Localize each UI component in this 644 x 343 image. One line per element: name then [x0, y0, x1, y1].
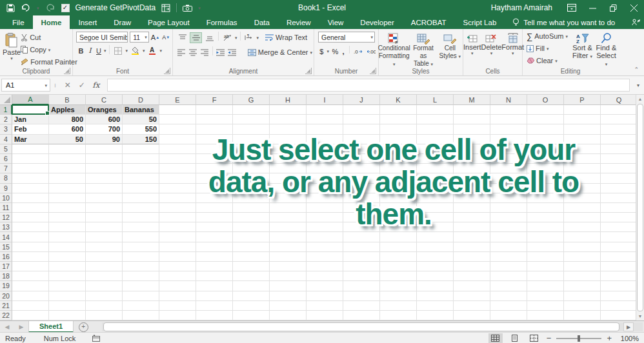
cell-H1[interactable]	[270, 105, 307, 115]
cell-J22[interactable]	[343, 311, 380, 320]
tab-home[interactable]: Home	[33, 15, 70, 29]
cell-B4[interactable]: 50	[49, 135, 86, 144]
sort-filter-button[interactable]: AZ Sort &Filter ▾	[570, 30, 594, 67]
cell-I2[interactable]	[307, 115, 343, 124]
cell-Q18[interactable]	[601, 271, 636, 281]
row-header-20[interactable]: 20	[0, 291, 12, 301]
cell-N19[interactable]	[490, 281, 527, 291]
cell-C5[interactable]	[86, 144, 123, 154]
cell-B7[interactable]	[49, 164, 86, 173]
row-header-5[interactable]: 5	[0, 144, 12, 154]
cell-B2[interactable]: 800	[49, 115, 86, 124]
cell-D11[interactable]	[123, 203, 159, 213]
cell-B17[interactable]	[49, 262, 86, 271]
column-header-F[interactable]: F	[196, 95, 233, 105]
collapse-ribbon-icon[interactable]: ⌃	[634, 66, 639, 73]
column-header-C[interactable]: C	[86, 95, 123, 105]
cell-M18[interactable]	[454, 271, 490, 281]
cell-M14[interactable]	[454, 232, 490, 242]
sheet-nav-left-icon[interactable]: ◀	[0, 321, 14, 333]
cell-F22[interactable]	[196, 311, 233, 320]
zoom-out-button[interactable]: −	[547, 334, 552, 342]
sheet-tab-sheet1[interactable]: Sheet1	[28, 321, 74, 333]
cell-E17[interactable]	[159, 262, 196, 271]
cell-F16[interactable]	[196, 252, 233, 262]
cell-O2[interactable]	[527, 115, 564, 124]
text-direction-dropdown[interactable]: ▾	[257, 35, 259, 40]
cancel-entry-icon[interactable]: ✕	[61, 81, 75, 90]
cell-N1[interactable]	[490, 105, 527, 115]
cell-A22[interactable]	[12, 311, 49, 320]
cell-L1[interactable]	[417, 105, 454, 115]
alignment-dialog-launcher[interactable]	[305, 68, 312, 74]
cell-A5[interactable]	[12, 144, 49, 154]
borders-icon[interactable]	[112, 45, 125, 56]
align-center-icon[interactable]	[188, 47, 198, 58]
cell-B20[interactable]	[49, 291, 86, 301]
cell-B12[interactable]	[49, 213, 86, 222]
cell-O18[interactable]	[527, 271, 564, 281]
decrease-decimal-icon[interactable]: .00	[365, 46, 376, 57]
cell-A4[interactable]: Mar	[12, 135, 49, 144]
row-header-14[interactable]: 14	[0, 232, 12, 242]
cell-M17[interactable]	[454, 262, 490, 271]
top-align-icon[interactable]	[176, 32, 188, 43]
cell-G15[interactable]	[233, 242, 270, 252]
cell-B19[interactable]	[49, 281, 86, 291]
cell-B16[interactable]	[49, 252, 86, 262]
column-header-P[interactable]: P	[564, 95, 601, 105]
cell-D5[interactable]	[123, 144, 159, 154]
cell-D10[interactable]	[123, 193, 159, 203]
cell-E20[interactable]	[159, 291, 196, 301]
cell-B6[interactable]	[49, 154, 86, 164]
cell-F19[interactable]	[196, 281, 233, 291]
cell-O20[interactable]	[527, 291, 564, 301]
cell-J21[interactable]	[343, 301, 380, 311]
cell-F18[interactable]	[196, 271, 233, 281]
cell-M21[interactable]	[454, 301, 490, 311]
cell-A9[interactable]	[12, 184, 49, 193]
cell-I20[interactable]	[307, 291, 343, 301]
insert-function-icon[interactable]: fx	[89, 81, 103, 90]
row-header-13[interactable]: 13	[0, 222, 12, 232]
merge-center-button[interactable]: Merge & Center▾	[248, 46, 312, 58]
cell-L21[interactable]	[417, 301, 454, 311]
cell-A13[interactable]	[12, 222, 49, 232]
cell-I22[interactable]	[307, 311, 343, 320]
cell-M1[interactable]	[454, 105, 490, 115]
cell-J2[interactable]	[343, 115, 380, 124]
zoom-level[interactable]: 100%	[617, 335, 639, 342]
row-header-2[interactable]: 2	[0, 115, 12, 124]
formula-bar-splitter[interactable]: ⁝	[54, 82, 57, 88]
cell-D6[interactable]	[123, 154, 159, 164]
cell-O22[interactable]	[527, 311, 564, 320]
cell-O14[interactable]	[527, 232, 564, 242]
cell-G1[interactable]	[233, 105, 270, 115]
macro-record-icon[interactable]	[92, 335, 100, 342]
tab-developer[interactable]: Developer	[352, 15, 402, 29]
cell-Q2[interactable]	[601, 115, 636, 124]
cell-N18[interactable]	[490, 271, 527, 281]
cell-A7[interactable]	[12, 164, 49, 173]
column-header-E[interactable]: E	[159, 95, 196, 105]
cell-A20[interactable]	[12, 291, 49, 301]
cell-C20[interactable]	[86, 291, 123, 301]
fill-color-icon[interactable]	[129, 45, 141, 56]
cell-I21[interactable]	[307, 301, 343, 311]
cell-A8[interactable]	[12, 173, 49, 183]
column-header-I[interactable]: I	[307, 95, 343, 105]
scroll-up-icon[interactable]: ▲	[636, 95, 644, 103]
cell-J1[interactable]	[343, 105, 380, 115]
cell-P2[interactable]	[564, 115, 601, 124]
cell-J20[interactable]	[343, 291, 380, 301]
format-as-table-button[interactable]: Format asTable ▾	[410, 30, 437, 68]
cell-D9[interactable]	[123, 184, 159, 193]
cell-N14[interactable]	[490, 232, 527, 242]
cell-L20[interactable]	[417, 291, 454, 301]
cell-O21[interactable]	[527, 301, 564, 311]
cell-L18[interactable]	[417, 271, 454, 281]
row-header-3[interactable]: 3	[0, 124, 12, 134]
camera-icon[interactable]	[183, 5, 192, 12]
column-header-K[interactable]: K	[380, 95, 417, 105]
scroll-down-icon[interactable]: ▼	[636, 312, 644, 320]
